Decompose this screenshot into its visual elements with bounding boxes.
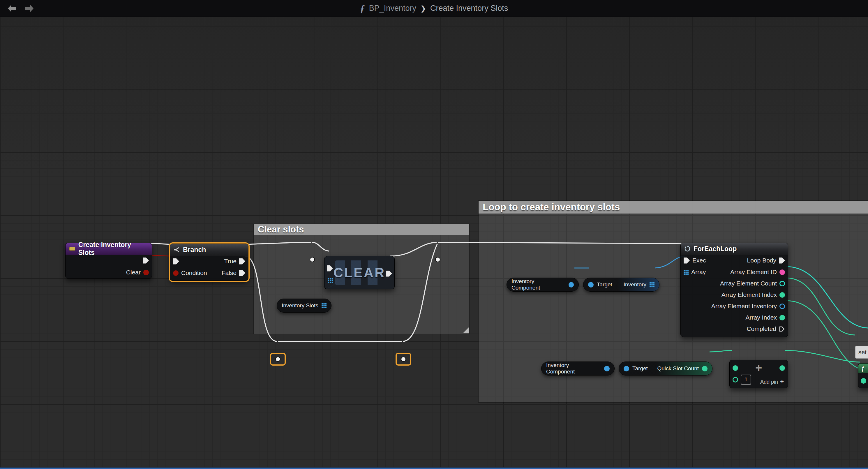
pin-label: Target — [632, 365, 648, 372]
wire-exec-true-to-reroute[interactable] — [245, 242, 311, 244]
wire-int-add-out[interactable] — [785, 350, 860, 362]
pin-label: True — [224, 258, 237, 265]
title-bar: ƒ BP_Inventory ❯ Create Inventory Slots — [0, 0, 868, 17]
pin-label: Completed — [747, 325, 776, 333]
pin-label: Array Element Index — [721, 291, 777, 298]
exec-out-pin-loop-body[interactable] — [779, 257, 785, 263]
wire-exec-reroute-to-clear[interactable] — [312, 242, 329, 251]
pin-label: Clear — [126, 269, 141, 276]
array-target-pin[interactable] — [328, 278, 333, 283]
variable-label: Inventory Component — [546, 362, 598, 375]
pin-label: Target — [597, 281, 612, 288]
object-in-pin-target[interactable] — [588, 282, 594, 287]
exec-in-pin[interactable] — [173, 258, 179, 264]
wire-int-array-index-out[interactable] — [786, 301, 868, 371]
node-title: set — [858, 349, 867, 356]
breadcrumb: ƒ BP_Inventory ❯ Create Inventory Slots — [360, 0, 508, 17]
back-arrow-icon[interactable] — [7, 4, 17, 13]
node-set-partial[interactable]: set — [855, 346, 868, 358]
bool-in-pin-condition[interactable] — [173, 270, 179, 276]
pin-array-element-count[interactable] — [779, 281, 785, 286]
node-title: Branch — [183, 246, 206, 254]
variable-label: Inventory — [624, 281, 646, 288]
pin-array-element-index[interactable] — [779, 292, 785, 298]
window-focus-accent — [0, 468, 868, 469]
node-get-inventory-slots[interactable]: Inventory Slots — [277, 299, 332, 313]
wire-int-quickslot-to-add[interactable] — [710, 350, 732, 352]
node-function-partial[interactable]: f — [858, 363, 868, 388]
pin-label: Array Element ID — [730, 269, 777, 276]
exec-out-pin[interactable] — [143, 257, 149, 263]
array-out-pin[interactable] — [650, 282, 654, 287]
variable-label: Inventory Slots — [282, 302, 318, 309]
wire-bool-clear-to-condition[interactable] — [149, 255, 173, 256]
breadcrumb-page[interactable]: Create Inventory Slots — [430, 4, 508, 13]
wire-exec-event-to-branch[interactable] — [149, 244, 174, 244]
exec-out-pin-false[interactable] — [239, 270, 245, 276]
node-title: CLEAR — [324, 256, 394, 289]
int-out-pin[interactable] — [779, 365, 785, 371]
node-branch[interactable]: Branch Condition True False — [170, 244, 248, 281]
node-get-quick-slot-count[interactable]: Target Quick Slot Count — [619, 362, 712, 375]
node-title: ForEachLoop — [693, 245, 737, 253]
function-icon: ƒ — [360, 3, 365, 14]
exec-in-pin[interactable] — [684, 257, 690, 263]
pin-label: False — [222, 270, 237, 277]
node-add[interactable]: 1 + Add pin + — [730, 360, 788, 388]
exec-out-pin-completed[interactable] — [779, 326, 785, 332]
object-out-pin[interactable] — [568, 282, 574, 287]
node-foreachloop[interactable]: ForEachLoop Exec Array Loop Body Array E… — [680, 243, 788, 337]
pin-label: Array — [691, 269, 706, 276]
branch-icon — [174, 247, 180, 253]
int-literal-input[interactable]: 1 — [741, 375, 751, 384]
array-out-pin[interactable] — [321, 303, 327, 308]
pin-label: Array Index — [746, 314, 777, 321]
blueprint-graph-canvas[interactable]: Clear slots Loop to create inventory slo… — [0, 17, 868, 468]
node-get-inventory[interactable]: Target Inventory — [583, 278, 659, 291]
object-out-pin[interactable] — [604, 366, 610, 371]
pin-label: Exec — [692, 257, 706, 264]
plus-operator: + — [755, 362, 762, 373]
add-pin-plus-icon: + — [780, 378, 784, 386]
variable-label: Inventory Component — [512, 278, 562, 291]
pin-array-index[interactable] — [779, 315, 785, 320]
pin-label: Array Element Count — [720, 280, 777, 287]
array-in-pin[interactable] — [684, 270, 689, 275]
wire-exec-false-down[interactable] — [245, 256, 277, 341]
int-out-pin[interactable] — [702, 366, 708, 371]
int-in-pin[interactable] — [861, 378, 866, 384]
reroute-node[interactable] — [310, 257, 315, 262]
wire-exec-up-to-merge[interactable] — [403, 244, 437, 341]
int-in-pin-a[interactable] — [733, 365, 738, 371]
pin-label: Array Element Inventory — [711, 303, 777, 310]
function-entry-icon — [69, 246, 75, 251]
node-array-clear[interactable]: CLEAR — [324, 256, 395, 289]
node-get-inventory-component-2[interactable]: Inventory Component — [541, 362, 615, 375]
bool-out-pin-clear[interactable] — [143, 270, 149, 275]
object-in-pin-target[interactable] — [624, 366, 629, 371]
reroute-node-selected[interactable] — [270, 353, 286, 366]
function-icon: f — [862, 365, 864, 372]
pin-array-element-inventory[interactable] — [779, 304, 785, 309]
pin-label: Condition — [181, 270, 207, 277]
breadcrumb-separator-icon: ❯ — [420, 4, 426, 12]
add-pin-button[interactable]: Add pin + — [760, 378, 784, 386]
exec-out-pin-true[interactable] — [239, 258, 245, 264]
node-get-inventory-component-1[interactable]: Inventory Component — [506, 278, 579, 291]
exec-out-pin[interactable] — [386, 271, 392, 277]
variable-label: Quick Slot Count — [657, 365, 699, 372]
node-create-inventory-slots[interactable]: Create Inventory Slots Clear — [65, 243, 152, 279]
exec-in-pin[interactable] — [327, 265, 333, 272]
reroute-node-selected[interactable] — [396, 353, 411, 366]
forward-arrow-icon[interactable] — [25, 4, 34, 13]
loop-icon — [684, 246, 691, 252]
node-title: Create Inventory Slots — [79, 241, 148, 257]
int-in-pin-b[interactable] — [733, 377, 738, 382]
pin-array-element-id[interactable] — [779, 270, 785, 275]
wire-exec-clear-to-merge[interactable] — [390, 242, 437, 256]
wire-exec-merge-to-foreach[interactable] — [438, 242, 684, 244]
reroute-node[interactable] — [435, 257, 440, 262]
wire-teal-element-count-out[interactable] — [786, 267, 868, 328]
breadcrumb-asset[interactable]: BP_Inventory — [369, 4, 416, 13]
pin-label: Loop Body — [747, 257, 776, 264]
